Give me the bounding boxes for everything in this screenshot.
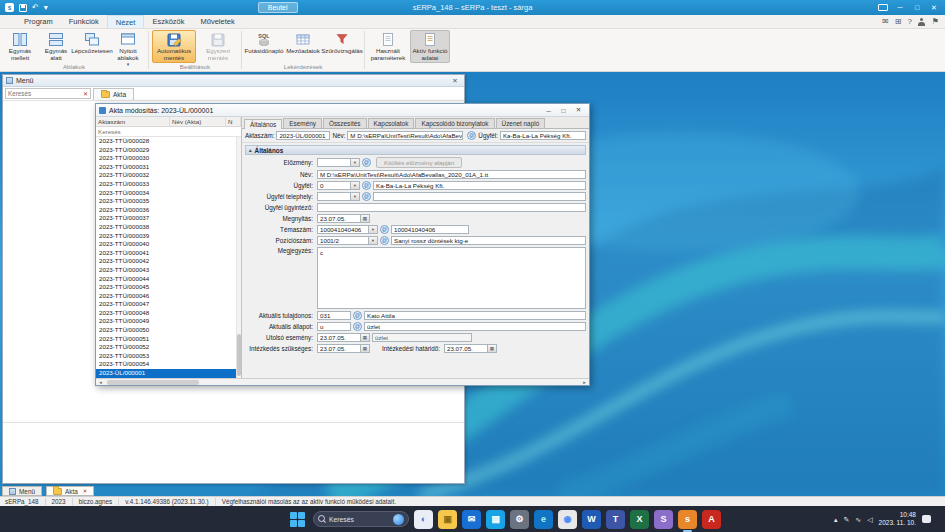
column-header[interactable]: Név (Akta) <box>170 117 226 126</box>
display-icon[interactable] <box>878 4 888 11</box>
tulajdonos-name-input[interactable]: Kato Attila <box>364 311 586 320</box>
edge-icon[interactable]: e <box>534 510 553 529</box>
maximize-button[interactable]: □ <box>910 2 924 13</box>
automatikus-mentes-button[interactable]: Automatikus mentés <box>152 30 196 63</box>
telephely-code-input[interactable] <box>317 192 351 201</box>
akta-list-row[interactable]: 2023-TTÜ/000033 <box>96 180 241 189</box>
acrobat-icon[interactable]: A <box>702 510 721 529</box>
akta-list-row[interactable]: 2023-TTÜ/000031 <box>96 163 241 172</box>
column-header[interactable]: Aktaszám <box>96 117 170 126</box>
undo-icon[interactable]: ↶ <box>32 4 39 12</box>
szurovizsgalas-button[interactable]: Szűrővizsgálás <box>323 30 361 63</box>
pen-icon[interactable]: ✎ <box>843 516 849 523</box>
chevron-down-icon[interactable]: ▾ <box>369 225 378 234</box>
ugyfel-header-field[interactable]: Ka-Ba-La-La Pékség Kft. <box>500 131 586 140</box>
tulajdonos-code-input[interactable]: 031 <box>317 311 351 320</box>
dialog-titlebar[interactable]: Akta módosítás: 2023-ÜL/000001 ─ □ ✕ <box>96 104 589 117</box>
outlook-icon[interactable]: ✉ <box>462 510 481 529</box>
kitoltes-elozmeny-button[interactable]: Kitöltés előzmény alapján <box>376 157 462 168</box>
akta-list-row[interactable]: 2023-TTÜ/000046 <box>96 292 241 301</box>
list-scrollbar[interactable] <box>236 137 241 378</box>
menu-akta-tab[interactable]: Akta <box>93 88 134 100</box>
ribbon-tab[interactable]: Műveletek <box>192 15 242 28</box>
nev-header-field[interactable]: M D:\sERPa\UnitTest\Result\Ado\AfaBevall… <box>347 131 463 140</box>
akta-list-row[interactable]: 2023-TTÜ/000035 <box>96 197 241 206</box>
megjegyzes-textarea[interactable]: c <box>317 247 586 309</box>
windows-icon[interactable]: ⊞ <box>895 17 902 26</box>
egyszeri-mentes-button[interactable]: Egyszeri mentés <box>198 30 238 63</box>
akta-list-row[interactable]: 2023-TTÜ/000029 <box>96 146 241 155</box>
allapot-name-input[interactable]: üzlet <box>364 322 586 331</box>
ribbon-tab[interactable]: Funkciók <box>61 15 107 28</box>
akta-list-row[interactable]: 2023-TTÜ/000042 <box>96 257 241 266</box>
ribbon-tab[interactable]: Nézet <box>107 15 145 28</box>
lookup-icon[interactable]: @ <box>380 236 389 245</box>
akta-list-row[interactable]: 2023-TTÜ/000047 <box>96 300 241 309</box>
akta-list-row[interactable]: 2023-TTÜ/000040 <box>96 240 241 249</box>
temaszam-code-input[interactable]: 100041040406 <box>317 225 369 234</box>
lepcsozetesen-button[interactable]: Lépcsőzetesen <box>75 30 109 68</box>
futasidonaplo-button[interactable]: SQL Futásidőnapló <box>245 30 283 63</box>
akta-list-row[interactable]: 2023-TTÜ/000043 <box>96 266 241 275</box>
lookup-icon[interactable]: @ <box>467 131 476 140</box>
taskbar-clock[interactable]: 10:48 2023. 11. 10. <box>879 511 916 528</box>
close-button[interactable]: ✕ <box>571 105 586 116</box>
akta-list-row[interactable]: 2023-TTÜ/000051 <box>96 335 241 344</box>
dialog-tab[interactable]: Kapcsolódó bizonylatok <box>415 118 494 128</box>
beutel-button[interactable]: Beutel <box>258 2 298 13</box>
maximize-button[interactable]: □ <box>556 105 571 116</box>
dialog-tab[interactable]: Általános <box>244 119 282 129</box>
chevron-down-icon[interactable]: ▾ <box>351 158 360 167</box>
teams-icon[interactable]: T <box>606 510 625 529</box>
calendar-icon[interactable]: ▦ <box>361 214 370 223</box>
notification-icon[interactable] <box>922 515 931 523</box>
calendar-icon[interactable]: ▦ <box>361 333 370 342</box>
store-icon[interactable]: ▤ <box>486 510 505 529</box>
minimize-button[interactable]: ─ <box>541 105 556 116</box>
hasznalt-parameterek-button[interactable]: Használt paraméterek <box>368 30 408 63</box>
intezkedes-hatarido-date-input[interactable]: 23.07.05. <box>444 344 488 353</box>
akta-list-row[interactable]: 2023-TTÜ/000050 <box>96 326 241 335</box>
akta-list-row[interactable]: 2023-TTÜ/000039 <box>96 232 241 241</box>
mdi-tab-akta[interactable]: Akta ✕ <box>46 486 94 496</box>
lookup-icon[interactable]: @ <box>380 225 389 234</box>
akta-list-row[interactable]: 2023-TTÜ/000034 <box>96 189 241 198</box>
dialog-tab[interactable]: Összesítés <box>323 118 367 128</box>
sql-icon[interactable]: S <box>654 510 673 529</box>
mail-icon[interactable]: ✉ <box>882 17 889 26</box>
akta-list-row[interactable]: 2023-TTÜ/000053 <box>96 352 241 361</box>
pozicioszam-code-input[interactable]: 1001/2 <box>317 236 369 245</box>
lookup-icon[interactable]: @ <box>353 322 362 331</box>
aktaszam-field[interactable]: 2023-ÜL/000001 <box>276 131 330 140</box>
telephely-name-input[interactable] <box>373 192 586 201</box>
nev-input[interactable]: M D:\sERPa\UnitTest\Result\Ado\AfaBevall… <box>317 170 586 179</box>
scroll-right-icon[interactable]: ▸ <box>580 379 589 385</box>
start-button[interactable] <box>290 512 305 527</box>
mezoadatok-button[interactable]: Mezőadatok <box>285 30 321 63</box>
calendar-icon[interactable]: ▦ <box>488 344 497 353</box>
utolso-esemeny-date-input[interactable]: 23.07.05. <box>317 333 361 342</box>
akta-list-row[interactable]: 2023-TTÜ/000048 <box>96 309 241 318</box>
ugyfel-code-input[interactable]: 0 <box>317 181 351 190</box>
akta-list-row[interactable]: 2023-TTÜ/000038 <box>96 223 241 232</box>
akta-list-row[interactable]: 2023-TTÜ/000044 <box>96 275 241 284</box>
taskbar-search[interactable]: Keresés <box>313 511 409 527</box>
chevron-up-icon[interactable]: ▴ <box>834 516 838 523</box>
close-button[interactable]: ✕ <box>927 2 941 13</box>
ribbon-tab[interactable]: Program <box>16 15 61 28</box>
close-icon[interactable]: ✕ <box>449 77 461 85</box>
egymas-mellett-button[interactable]: Egymás mellett <box>3 30 37 68</box>
scroll-left-icon[interactable]: ◂ <box>96 379 105 385</box>
akta-list-row[interactable]: 2023-TTÜ/000054 <box>96 360 241 369</box>
megnyitas-date-input[interactable]: 23.07.05. <box>317 214 361 223</box>
pin-icon[interactable]: ⚑ <box>932 17 939 26</box>
calendar-icon[interactable]: ▦ <box>361 344 370 353</box>
akta-list-row[interactable]: 2023-TTÜ/000030 <box>96 154 241 163</box>
elozmeny-combo[interactable] <box>317 158 351 167</box>
akta-list-row[interactable]: 2023-TTÜ/000049 <box>96 317 241 326</box>
ribbon-tab[interactable]: Eszközök <box>144 15 192 28</box>
chrome-icon[interactable]: ◉ <box>558 510 577 529</box>
menu-search-input[interactable] <box>6 90 74 97</box>
mdi-tab-menu[interactable]: Menü <box>2 486 42 496</box>
egymas-alatt-button[interactable]: Egymás alatt <box>39 30 73 68</box>
